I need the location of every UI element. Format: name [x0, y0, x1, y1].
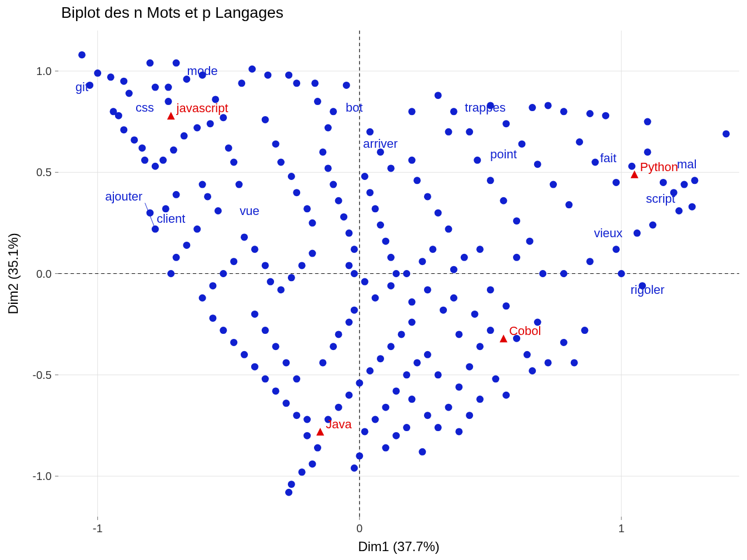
data-point [675, 207, 683, 214]
data-point [225, 144, 232, 152]
data-point [94, 69, 101, 77]
data-point [152, 163, 159, 170]
data-point [165, 84, 172, 91]
data-point [277, 286, 285, 293]
data-point [241, 233, 248, 241]
data-point [649, 222, 656, 229]
data-point [529, 367, 536, 374]
data-point [288, 481, 295, 488]
data-point [414, 359, 421, 366]
data-point [293, 189, 300, 196]
data-point [445, 226, 452, 233]
data-point [681, 181, 688, 188]
data-point [181, 132, 188, 139]
data-point [513, 217, 520, 224]
y-tick-label: -1.0 [33, 470, 52, 482]
y-axis-label: Dim2 (35.1%) [6, 233, 21, 314]
data-point [215, 207, 222, 214]
data-point [445, 128, 452, 136]
data-point [314, 98, 321, 105]
data-point [560, 339, 567, 346]
data-point [591, 158, 599, 166]
data-point [303, 205, 311, 212]
data-point [545, 102, 552, 109]
data-point [293, 79, 300, 87]
data-point [424, 412, 431, 419]
data-point [115, 112, 122, 119]
data-point [193, 226, 201, 233]
word-label: client [157, 212, 185, 226]
data-point [293, 376, 300, 383]
data-point [361, 428, 368, 435]
data-point [230, 258, 237, 265]
data-point [309, 219, 316, 227]
data-point [351, 307, 358, 314]
data-point [262, 116, 269, 123]
data-point [282, 399, 290, 407]
data-point [644, 118, 651, 126]
data-point [293, 412, 300, 419]
data-point [340, 213, 347, 221]
data-point [372, 205, 379, 212]
data-point [251, 311, 258, 318]
data-point [455, 428, 462, 435]
data-point [409, 396, 416, 403]
data-point [435, 209, 442, 217]
data-point [387, 282, 395, 289]
data-point [78, 51, 86, 58]
word-label: mode [187, 64, 218, 78]
data-point [450, 266, 457, 273]
data-point [518, 141, 525, 148]
data-point [238, 79, 245, 87]
data-point [251, 363, 258, 371]
data-point [450, 294, 457, 302]
data-point [377, 355, 384, 362]
data-point [524, 351, 531, 358]
data-point [435, 424, 442, 431]
data-point [612, 179, 620, 186]
data-point [146, 59, 153, 67]
data-point [272, 141, 280, 148]
data-point [277, 158, 285, 166]
data-point [382, 444, 389, 452]
data-point [335, 331, 342, 338]
data-point [335, 404, 342, 411]
data-point [466, 363, 473, 371]
data-point [487, 327, 494, 334]
data-point [230, 339, 237, 346]
data-point [131, 136, 138, 143]
language-label: Cobol [509, 324, 541, 338]
data-point [126, 90, 133, 97]
data-point [170, 147, 177, 154]
word-label: vieux [594, 226, 622, 240]
data-point [120, 126, 127, 133]
data-point [152, 84, 159, 91]
data-point [285, 489, 292, 496]
data-point [345, 229, 352, 237]
data-point [298, 468, 306, 476]
data-point [550, 181, 557, 188]
data-point [476, 396, 484, 403]
word-label: ajouter [105, 189, 142, 203]
data-point [602, 112, 609, 119]
data-point [534, 161, 541, 168]
data-point [474, 157, 481, 164]
data-point [309, 250, 316, 257]
word-label: trappes [465, 101, 505, 114]
data-point [160, 157, 167, 164]
data-point [435, 371, 442, 378]
word-label: css [136, 101, 154, 114]
data-point [120, 78, 127, 85]
data-point [471, 311, 479, 318]
data-point [282, 359, 290, 366]
data-point [526, 238, 534, 245]
y-tick-label: -0.5 [33, 369, 52, 381]
data-point [382, 238, 389, 245]
data-point [343, 82, 350, 89]
data-point [366, 189, 374, 196]
data-point [487, 177, 494, 184]
data-point [241, 351, 248, 358]
data-point [173, 254, 180, 261]
data-point [314, 444, 321, 452]
data-point [392, 387, 400, 394]
